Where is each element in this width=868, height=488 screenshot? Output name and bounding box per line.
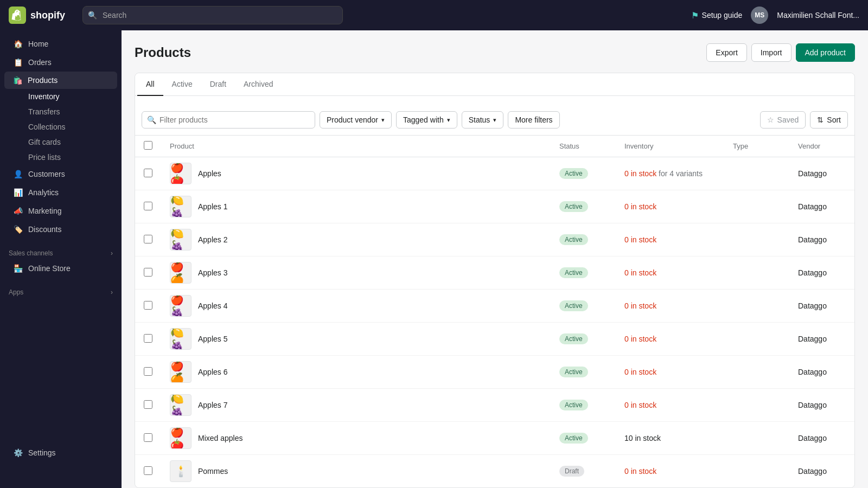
vendor-cell: Dataggo: [789, 290, 854, 323]
status-badge: Active: [559, 267, 588, 278]
table-row[interactable]: 🍎🍇 Apples 4 Active 0 in stock Dataggo: [135, 290, 854, 323]
inventory-zero: 0 in stock: [624, 235, 656, 244]
product-vendor-filter[interactable]: Product vendor ▾: [320, 111, 392, 129]
inventory-cell: 0 in stock: [616, 256, 724, 290]
shopify-logo[interactable]: shopify: [9, 7, 74, 24]
row-checkbox[interactable]: [144, 400, 152, 409]
chevron-right-icon-apps: ›: [111, 288, 113, 296]
type-cell: [724, 256, 789, 290]
products-tbody: 🍎🍅 Apples Active 0 in stock for 4 varian…: [135, 157, 854, 488]
sidebar-sub-transfers[interactable]: Transfers: [4, 104, 117, 119]
status-filter[interactable]: Status ▾: [462, 111, 504, 129]
chevron-down-icon: ▾: [381, 117, 385, 124]
tagged-with-filter[interactable]: Tagged with ▾: [396, 111, 457, 129]
import-button[interactable]: Import: [751, 43, 792, 62]
row-checkbox[interactable]: [144, 169, 152, 177]
select-all-checkbox[interactable]: [144, 141, 152, 150]
sidebar-item-analytics[interactable]: 📊 Analytics: [4, 183, 117, 202]
tab-draft[interactable]: Draft: [201, 73, 235, 96]
status-badge: Draft: [559, 466, 584, 477]
search-container: 🔍: [82, 6, 343, 24]
product-cell: 🍋🍇 Apples 2: [161, 223, 551, 256]
sidebar-sub-collections[interactable]: Collections: [4, 119, 117, 134]
table-row[interactable]: 🍎🍅 Apples Active 0 in stock for 4 varian…: [135, 157, 854, 190]
sidebar-item-products[interactable]: 🛍️ Products: [4, 72, 117, 89]
marketing-icon: 📣: [13, 206, 23, 216]
status-cell: Active: [551, 223, 616, 256]
sidebar-item-orders[interactable]: 📋 Orders: [4, 53, 117, 72]
vendor-cell: Dataggo: [789, 157, 854, 190]
sidebar-item-label: Online Store: [28, 264, 71, 273]
type-cell: [724, 455, 789, 488]
discounts-icon: 🏷️: [13, 224, 23, 234]
product-cell: 🍎🍅 Mixed apples: [161, 422, 551, 455]
product-name: Apples 7: [198, 401, 227, 409]
sidebar-sub-inventory[interactable]: Inventory: [4, 89, 117, 104]
sort-icon: ⇅: [817, 115, 824, 124]
apps-label: Apps: [9, 288, 23, 296]
more-filters-button[interactable]: More filters: [508, 111, 559, 129]
saved-button[interactable]: ☆ Saved: [760, 111, 806, 129]
product-name: Apples 1: [198, 202, 227, 211]
tab-all[interactable]: All: [137, 73, 163, 96]
table-row[interactable]: 🍋🍇 Apples 1 Active 0 in stock Dataggo: [135, 190, 854, 223]
sidebar-item-marketing[interactable]: 📣 Marketing: [4, 202, 117, 220]
filter-products-input[interactable]: [142, 111, 315, 129]
topbar: shopify 🔍 ⚑ Setup guide MS Maximilien Sc…: [0, 0, 868, 30]
avatar[interactable]: MS: [751, 7, 768, 24]
row-checkbox[interactable]: [144, 334, 152, 343]
table-row[interactable]: 🍎🍅 Mixed apples Active 10 in stock Datag…: [135, 422, 854, 455]
filter-bar: 🔍 Product vendor ▾ Tagged with ▾ Status …: [135, 105, 854, 136]
sidebar-item-online-store[interactable]: 🏪 Online Store: [4, 259, 117, 278]
table-row[interactable]: 🍋🍇 Apples 7 Active 0 in stock Dataggo: [135, 389, 854, 422]
setup-guide-button[interactable]: ⚑ Setup guide: [691, 10, 743, 21]
inventory-cell: 0 in stock: [616, 389, 724, 422]
page-header: Products Export Import Add product: [135, 43, 855, 62]
row-checkbox[interactable]: [144, 301, 152, 310]
status-cell: Active: [551, 290, 616, 323]
row-checkbox[interactable]: [144, 202, 152, 210]
product-thumbnail: 🍎🍅: [170, 427, 192, 449]
row-checkbox[interactable]: [144, 433, 152, 442]
sort-button[interactable]: ⇅ Sort: [810, 111, 848, 129]
inventory-cell: 0 in stock for 4 variants: [616, 157, 724, 190]
sidebar-sub-gift-cards[interactable]: Gift cards: [4, 134, 117, 150]
sidebar-item-discounts[interactable]: 🏷️ Discounts: [4, 220, 117, 239]
inventory-zero: 0 in stock: [624, 268, 656, 277]
status-cell: Active: [551, 356, 616, 389]
row-checkbox[interactable]: [144, 268, 152, 277]
row-checkbox[interactable]: [144, 235, 152, 243]
table-row[interactable]: 🍎🍊 Apples 3 Active 0 in stock Dataggo: [135, 256, 854, 290]
product-cell: 🍎🍊 Apples 3: [161, 256, 551, 290]
status-badge: Active: [559, 201, 588, 212]
table-row[interactable]: 🍋🍇 Apples 5 Active 0 in stock Dataggo: [135, 323, 854, 356]
table-row[interactable]: 🕯️ Pommes Draft 0 in stock Dataggo: [135, 455, 854, 488]
global-search-input[interactable]: [82, 6, 343, 24]
product-cell: 🍎🍅 Apples: [161, 157, 551, 190]
status-badge: Active: [559, 433, 588, 444]
tab-active[interactable]: Active: [163, 73, 201, 96]
product-cell: 🍋🍇 Apples 5: [161, 323, 551, 356]
product-name: Pommes: [198, 467, 228, 476]
table-row[interactable]: 🍎🍊 Apples 6 Active 0 in stock Dataggo: [135, 356, 854, 389]
row-checkbox[interactable]: [144, 466, 152, 475]
sidebar-item-customers[interactable]: 👤 Customers: [4, 165, 117, 183]
products-table: Product Status Inventory Type Vendor 🍎🍅: [135, 136, 854, 487]
vendor-cell: Dataggo: [789, 256, 854, 290]
type-cell: [724, 157, 789, 190]
tab-archived[interactable]: Archived: [235, 73, 282, 96]
add-product-button[interactable]: Add product: [796, 43, 856, 62]
chevron-right-icon: ›: [111, 249, 113, 257]
table-row[interactable]: 🍋🍇 Apples 2 Active 0 in stock Dataggo: [135, 223, 854, 256]
sidebar-sub-label: Collections: [28, 123, 65, 131]
product-name: Apples: [198, 169, 221, 178]
sidebar-item-label: Discounts: [28, 225, 61, 234]
sidebar-sub-price-lists[interactable]: Price lists: [4, 150, 117, 165]
row-checkbox[interactable]: [144, 367, 152, 376]
export-button[interactable]: Export: [706, 43, 746, 62]
product-cell: 🍎🍊 Apples 6: [161, 356, 551, 389]
sidebar-item-settings[interactable]: ⚙️ Settings: [4, 444, 117, 462]
sidebar-item-home[interactable]: 🏠 Home: [4, 35, 117, 53]
vendor-cell: Dataggo: [789, 190, 854, 223]
sales-channels-label: Sales channels: [9, 249, 53, 257]
